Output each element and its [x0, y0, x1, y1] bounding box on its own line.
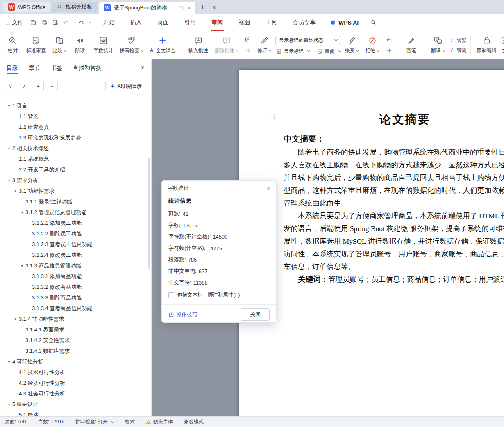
next-comment-icon[interactable]	[245, 47, 251, 54]
file-menu-button[interactable]: ≡ 文件	[6, 19, 23, 26]
missing-font-indicator[interactable]: ! 缺失字体	[146, 418, 173, 425]
toc-item[interactable]: 3.1 功能性需求	[0, 186, 147, 196]
previous-comment-icon[interactable]	[245, 37, 251, 43]
toc-item[interactable]: 4.1 技术可行性分析:	[0, 367, 147, 378]
ai-recognize-toc-button[interactable]: AI识别目录	[105, 81, 146, 91]
toc-item[interactable]: 3.1.3.3 删除商品功能	[0, 292, 147, 303]
close-tab-icon[interactable]: ×	[188, 5, 191, 11]
toc-item[interactable]: 3.1.1 登录/注销功能	[0, 196, 147, 207]
include-textbox-checkbox-row[interactable]: 包括文本框、脚注和尾注(F)	[168, 292, 270, 299]
toc-item[interactable]: 1.1 背景	[0, 111, 147, 122]
show-markup-button[interactable]: 显示标记	[276, 48, 310, 55]
toc-item[interactable]: 3.1.4 非功能性需求	[0, 314, 147, 324]
toc-expand-icon[interactable]	[6, 403, 12, 406]
redo-chevron-icon[interactable]	[89, 20, 91, 23]
toc-item[interactable]: 1.引言	[0, 100, 147, 111]
sidebar-scrollbar[interactable]	[148, 100, 150, 414]
toc-item[interactable]: 3.1.2 管理员信息管理功能	[0, 207, 147, 218]
insert-comment-button[interactable]: 插入批注	[186, 33, 211, 57]
collapse-level-button[interactable]: −	[47, 82, 58, 91]
toc-item[interactable]: 3.1.3.2 修改商品功能	[0, 282, 147, 292]
close-dialog-icon[interactable]: ×	[267, 185, 270, 192]
spell-check-button[interactable]: 拼写检查	[117, 33, 146, 57]
ribbon-tab[interactable]: 引用	[184, 14, 197, 31]
ribbon-tab[interactable]: 视图	[238, 14, 251, 31]
toc-item[interactable]: 3.1.4.3 数据库需求	[0, 346, 147, 356]
toc-item[interactable]: 3.需求分析	[0, 175, 147, 186]
toc-item[interactable]: 5.概要设计	[0, 399, 147, 410]
ribbon-tab[interactable]: 插入	[129, 14, 143, 31]
read-aloud-button[interactable]: 朗读	[70, 33, 89, 57]
toc-item[interactable]: 3.1.2.2 删除员工功能	[0, 228, 147, 239]
clipped-ribbon-button[interactable]: 文	[495, 33, 504, 57]
toc-item[interactable]: 2.1 系统概念	[0, 154, 147, 164]
tab-list-chevron-icon[interactable]: ∨	[209, 2, 219, 12]
print-preview-icon[interactable]	[52, 19, 59, 26]
spell-check-indicator[interactable]: 拼写检查: 打开	[75, 418, 114, 425]
toc-item[interactable]: 1.3 研究的现状和发展趋势	[0, 132, 147, 143]
toc-expand-icon[interactable]	[6, 179, 12, 183]
sidebar-tab[interactable]: 查找和替换	[73, 60, 102, 76]
expand-all-button[interactable]: ∧	[19, 82, 30, 91]
proofread-button[interactable]: 校对	[3, 33, 22, 57]
translate-button[interactable]: 翻译	[429, 33, 447, 57]
dialog-title-bar[interactable]: 字数统计 ×	[162, 181, 276, 196]
undo-icon[interactable]: ↶	[63, 20, 68, 26]
scrollbar-thumb[interactable]	[148, 158, 150, 269]
toc-item[interactable]: 3.1.3 商品信息管理功能	[0, 260, 147, 271]
toc-expand-icon[interactable]	[6, 360, 12, 364]
toc-expand-icon[interactable]	[12, 190, 19, 193]
new-tab-button[interactable]: +	[198, 2, 207, 12]
toc-expand-icon[interactable]	[6, 104, 12, 108]
tips-link[interactable]: 操作技巧	[168, 311, 198, 318]
toc-item[interactable]: 3.1.4.1 界面需求	[0, 324, 147, 335]
standard-review-button[interactable]: 标准审查	[24, 33, 48, 57]
previous-change-icon[interactable]	[386, 37, 392, 43]
word-count-indicator[interactable]: 字数: 12015	[38, 418, 64, 425]
search-icon[interactable]	[370, 19, 377, 26]
to-simplified-button[interactable]: 转简	[449, 47, 467, 54]
markup-state-select[interactable]: 显示标记的最终状态	[275, 36, 341, 45]
toc-item[interactable]: 3.1.2.3 查看员工信息功能	[0, 239, 147, 250]
expand-level-button[interactable]: +	[33, 82, 44, 91]
toc-expand-icon[interactable]	[19, 264, 25, 268]
undo-chevron-icon[interactable]	[72, 20, 75, 23]
ribbon-tab[interactable]: 会员专享	[292, 14, 316, 31]
compatibility-mode-indicator[interactable]: 兼容模式	[184, 418, 204, 425]
document-page[interactable]: ⋮⋮ 论文摘要 中文摘要： 随着电子商务的快速发展，购物管理系统在现代商业中的重…	[239, 70, 504, 416]
review-pane-button[interactable]: 审阅	[317, 48, 341, 55]
toc-item[interactable]: 4.可行性分析	[0, 356, 147, 367]
reject-button[interactable]: 拒绝	[363, 33, 382, 57]
toc-item[interactable]: 3.1.3.4 查看商品信息功能	[0, 303, 147, 314]
toc-item[interactable]: 5.1 概述	[0, 410, 147, 416]
toc-item[interactable]: 4.3 社会可行性分析:	[0, 388, 147, 399]
toc-expand-icon[interactable]	[6, 147, 12, 151]
toc-expand-icon[interactable]	[19, 211, 25, 215]
tab-document[interactable]: W 基于SpringBoot的购物商城 ×	[99, 2, 195, 14]
close-dialog-button[interactable]: 关闭	[241, 308, 270, 321]
toc-item[interactable]: 1.2 研究意义	[0, 122, 147, 132]
sidebar-tab[interactable]: 书签	[51, 60, 62, 76]
accept-button[interactable]: 接受	[343, 33, 361, 57]
compare-button[interactable]: 比较	[50, 33, 69, 57]
next-change-icon[interactable]	[386, 47, 392, 54]
redo-icon[interactable]: ↷	[79, 20, 84, 26]
word-count-button[interactable]: 字数统计	[91, 33, 116, 57]
track-changes-button[interactable]: 修订	[255, 33, 274, 57]
toc-expand-icon[interactable]	[12, 317, 19, 321]
proofread-indicator[interactable]: 校对	[125, 418, 135, 425]
close-sidebar-icon[interactable]: ×	[141, 64, 145, 72]
toc-item[interactable]: 2.2 开发工具的介绍	[0, 164, 147, 175]
ribbon-tab[interactable]: 开始	[102, 14, 116, 31]
delete-comment-button[interactable]: 删除批注	[212, 33, 241, 57]
to-traditional-button[interactable]: 转繁	[449, 37, 467, 44]
tab-wps-office[interactable]: W WPS Office	[3, 2, 50, 12]
checkbox[interactable]	[168, 292, 174, 298]
sidebar-tab[interactable]: 章节	[29, 60, 40, 76]
toc-item[interactable]: 3.1.4.2 安全性需求	[0, 335, 147, 346]
save-icon[interactable]	[30, 19, 36, 26]
ai-polish-button[interactable]: AI 全文润色	[148, 33, 178, 57]
pen-button[interactable]: 画笔	[402, 33, 421, 57]
toc-item[interactable]: 4.2 经济可行性分析:	[0, 378, 147, 388]
print-icon[interactable]	[41, 19, 48, 26]
